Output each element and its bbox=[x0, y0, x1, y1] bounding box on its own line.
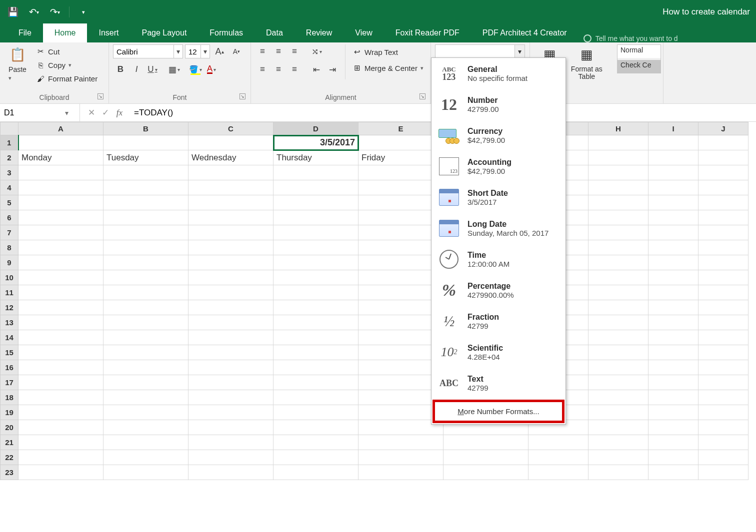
chevron-down-icon[interactable]: ▾ bbox=[514, 45, 524, 58]
row-header-20[interactable]: 20 bbox=[0, 420, 18, 435]
cell-H22[interactable] bbox=[588, 450, 648, 465]
row-header-16[interactable]: 16 bbox=[0, 360, 18, 375]
cell-I18[interactable] bbox=[648, 390, 698, 405]
cell-J20[interactable] bbox=[698, 420, 748, 435]
cell-J17[interactable] bbox=[698, 375, 748, 390]
tell-me-search[interactable]: Tell me what you want to d bbox=[578, 34, 683, 42]
cell-B20[interactable] bbox=[104, 420, 188, 435]
cell-H5[interactable] bbox=[588, 195, 648, 210]
cell-A4[interactable] bbox=[18, 180, 104, 195]
column-header-I[interactable]: I bbox=[648, 122, 698, 135]
cell-A23[interactable] bbox=[18, 465, 104, 480]
tab-foxit-reader-pdf[interactable]: Foxit Reader PDF bbox=[384, 23, 471, 42]
align-right-button[interactable]: ≡ bbox=[287, 62, 302, 76]
cell-H7[interactable] bbox=[588, 225, 648, 240]
spreadsheet-grid[interactable]: ABCDEFGHIJ13/5/20172MondayTuesdayWednesd… bbox=[0, 122, 756, 480]
cell-I2[interactable] bbox=[648, 150, 698, 165]
row-header-19[interactable]: 19 bbox=[0, 405, 18, 420]
row-header-9[interactable]: 9 bbox=[0, 255, 18, 270]
cell-E5[interactable] bbox=[358, 195, 444, 210]
row-header-1[interactable]: 1 bbox=[0, 135, 18, 150]
cell-style-check-cell[interactable]: Check Ce bbox=[618, 60, 660, 73]
cell-B21[interactable] bbox=[104, 435, 188, 450]
number-format-option-time[interactable]: Time12:00:00 AM bbox=[432, 244, 566, 275]
cell-G23[interactable] bbox=[528, 465, 588, 480]
cell-H8[interactable] bbox=[588, 240, 648, 255]
cell-E23[interactable] bbox=[358, 465, 444, 480]
cell-J1[interactable] bbox=[698, 135, 748, 150]
cell-D22[interactable] bbox=[274, 450, 358, 465]
row-header-22[interactable]: 22 bbox=[0, 450, 18, 465]
fill-color-button[interactable]: 🪣 bbox=[188, 62, 203, 76]
number-format-option-currency[interactable]: Currency$42,799.00 bbox=[432, 120, 566, 151]
redo-icon[interactable]: ↷▾ bbox=[48, 5, 62, 19]
number-format-option-number[interactable]: 12Number42799.00 bbox=[432, 89, 566, 120]
cell-D23[interactable] bbox=[274, 465, 358, 480]
cell-H20[interactable] bbox=[588, 420, 648, 435]
cell-J19[interactable] bbox=[698, 405, 748, 420]
cell-B4[interactable] bbox=[104, 180, 188, 195]
cell-C12[interactable] bbox=[188, 300, 274, 315]
tab-pdf-architect-4-creator[interactable]: PDF Architect 4 Creator bbox=[471, 23, 578, 42]
cell-C7[interactable] bbox=[188, 225, 274, 240]
number-format-option-scientific[interactable]: 102Scientific4.28E+04 bbox=[432, 337, 566, 368]
cell-C8[interactable] bbox=[188, 240, 274, 255]
cell-H13[interactable] bbox=[588, 315, 648, 330]
cell-J14[interactable] bbox=[698, 330, 748, 345]
customize-qat-icon[interactable]: ▾ bbox=[76, 5, 90, 19]
cell-F21[interactable] bbox=[444, 435, 528, 450]
decrease-indent-button[interactable]: ⇤ bbox=[309, 62, 324, 76]
cell-B12[interactable] bbox=[104, 300, 188, 315]
align-top-button[interactable]: ≡ bbox=[255, 44, 270, 58]
cell-A14[interactable] bbox=[18, 330, 104, 345]
undo-icon[interactable]: ↶▾ bbox=[27, 5, 41, 19]
cell-B7[interactable] bbox=[104, 225, 188, 240]
cell-D8[interactable] bbox=[274, 240, 358, 255]
format-as-table-button[interactable]: ▦ Format as Table bbox=[569, 44, 604, 82]
cell-H2[interactable] bbox=[588, 150, 648, 165]
cell-C17[interactable] bbox=[188, 375, 274, 390]
cell-C22[interactable] bbox=[188, 450, 274, 465]
cell-B2[interactable]: Tuesday bbox=[104, 150, 188, 165]
cell-E19[interactable] bbox=[358, 405, 444, 420]
cell-I10[interactable] bbox=[648, 270, 698, 285]
column-header-B[interactable]: B bbox=[104, 122, 188, 135]
tab-insert[interactable]: Insert bbox=[87, 23, 130, 42]
column-header-D[interactable]: D bbox=[274, 122, 358, 135]
borders-button[interactable]: ▦ bbox=[166, 62, 182, 76]
cell-E22[interactable] bbox=[358, 450, 444, 465]
cell-A7[interactable] bbox=[18, 225, 104, 240]
cell-J22[interactable] bbox=[698, 450, 748, 465]
cell-E14[interactable] bbox=[358, 330, 444, 345]
cell-B3[interactable] bbox=[104, 165, 188, 180]
cell-B8[interactable] bbox=[104, 240, 188, 255]
cell-H12[interactable] bbox=[588, 300, 648, 315]
cell-D12[interactable] bbox=[274, 300, 358, 315]
row-header-4[interactable]: 4 bbox=[0, 180, 18, 195]
cell-E4[interactable] bbox=[358, 180, 444, 195]
cell-B17[interactable] bbox=[104, 375, 188, 390]
cell-H18[interactable] bbox=[588, 390, 648, 405]
cell-C10[interactable] bbox=[188, 270, 274, 285]
cell-A11[interactable] bbox=[18, 285, 104, 300]
cell-D1[interactable]: 3/5/2017 bbox=[274, 135, 358, 150]
cell-J10[interactable] bbox=[698, 270, 748, 285]
cell-J18[interactable] bbox=[698, 390, 748, 405]
cell-D3[interactable] bbox=[274, 165, 358, 180]
cell-E6[interactable] bbox=[358, 210, 444, 225]
cell-D6[interactable] bbox=[274, 210, 358, 225]
cell-D9[interactable] bbox=[274, 255, 358, 270]
cell-C13[interactable] bbox=[188, 315, 274, 330]
cell-I15[interactable] bbox=[648, 345, 698, 360]
cell-I8[interactable] bbox=[648, 240, 698, 255]
cell-C1[interactable] bbox=[188, 135, 274, 150]
cell-C18[interactable] bbox=[188, 390, 274, 405]
cell-D20[interactable] bbox=[274, 420, 358, 435]
cell-B6[interactable] bbox=[104, 210, 188, 225]
cell-A13[interactable] bbox=[18, 315, 104, 330]
cell-E16[interactable] bbox=[358, 360, 444, 375]
cell-B16[interactable] bbox=[104, 360, 188, 375]
column-header-H[interactable]: H bbox=[588, 122, 648, 135]
cell-H17[interactable] bbox=[588, 375, 648, 390]
cell-E10[interactable] bbox=[358, 270, 444, 285]
